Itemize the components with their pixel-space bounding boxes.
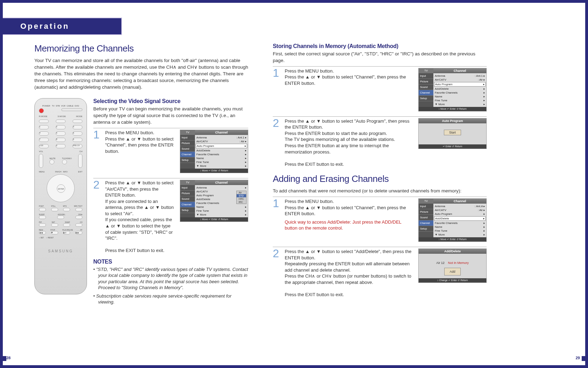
remote-brand: SAMSUNG bbox=[39, 249, 82, 253]
note-1: "STD, "HRC" and "IRC" identify various t… bbox=[93, 266, 248, 291]
intro-adding: To add channels that were not memorized … bbox=[273, 188, 487, 195]
page-29: Storing Channels in Memory (Automatic Me… bbox=[273, 43, 490, 307]
adddel-title: Add/Delete bbox=[419, 249, 486, 254]
intro-memorizing: Your TV can memorize and store all of th… bbox=[34, 57, 248, 90]
menu-screenshot-adddelete-hl: TVChannelInputPictureSoundChannelSetupAn… bbox=[418, 198, 487, 242]
step-number-r4: 2 bbox=[273, 248, 281, 259]
menu-screenshot-aircatv: TVChannelInputPictureSoundChannelSetupAn… bbox=[180, 180, 248, 222]
section-tab: Operation bbox=[3, 18, 122, 35]
page-bar-right bbox=[582, 356, 588, 361]
step-r4-text: Press the ▲ or ▼ button to select "Add/D… bbox=[285, 248, 413, 298]
menu-screenshot-channel: TVChannelInputPictureSoundChannelSetupAn… bbox=[180, 130, 248, 173]
step-number-r3: 1 bbox=[273, 198, 281, 209]
step-1-text: Press the MENU button. Press the ▲ or ▼ … bbox=[105, 130, 174, 154]
step-number-1: 1 bbox=[93, 130, 101, 140]
step-number-r2: 2 bbox=[273, 118, 281, 128]
adddel-channel: Air 12 bbox=[436, 261, 445, 265]
step-r3-quick: Quick way to access Add/Delete: Just pre… bbox=[285, 219, 401, 231]
step-2-text: Press the ▲ or ▼ button to select "Air/C… bbox=[105, 180, 174, 254]
adddel-status: Not In Memory bbox=[448, 261, 469, 265]
menu-footer-adddel: ↕ Change ↵ Enter ↺ Return bbox=[419, 278, 486, 282]
menu-screenshot-autoprogram: Auto Program Start ↵ Enter ↺ Return bbox=[418, 118, 487, 149]
page-number-right: 29 bbox=[576, 356, 580, 360]
auto-program-title: Auto Program bbox=[419, 118, 486, 123]
heading-signal-source: Selecting the Video Signal Source bbox=[93, 98, 248, 104]
page-bar-left bbox=[0, 356, 6, 361]
manual-page: Operation Memorizing the Channels Your T… bbox=[3, 3, 585, 365]
notes-block: NOTES "STD, "HRC" and "IRC" identify var… bbox=[93, 259, 248, 305]
page-number-left: 28 bbox=[6, 356, 11, 360]
menu-screenshot-channel-r: TVChannelInputPictureSoundChannelSetupAn… bbox=[418, 68, 487, 111]
start-button-graphic: Start bbox=[444, 130, 461, 135]
step-r3-text: Press the MENU button. Press the ▲ or ▼ … bbox=[285, 198, 413, 231]
intro-signal-source: Before your TV can begin memorizing the … bbox=[93, 106, 248, 126]
step-r3-body: Press the MENU button. Press the ▲ or ▼ … bbox=[285, 199, 406, 216]
remote-illustration: POWER TV STB VCR CABLE DVD R.MODES.MODEM… bbox=[34, 98, 87, 294]
step-number-2: 2 bbox=[93, 180, 101, 190]
step-r2-text: Press the ▲ or ▼ button to select "Auto … bbox=[285, 118, 413, 167]
heading-memorizing: Memorizing the Channels bbox=[34, 43, 248, 54]
step-number-r1: 1 bbox=[273, 68, 281, 78]
heading-storing: Storing Channels in Memory (Automatic Me… bbox=[273, 43, 487, 49]
notes-heading: NOTES bbox=[93, 259, 248, 265]
note-2: Subscription cable services require serv… bbox=[93, 293, 248, 305]
menu-screenshot-adddelete: Add/Delete Air 12 Not In Memory Add ↕ Ch… bbox=[418, 248, 487, 283]
heading-adding-erasing: Adding and Erasing Channels bbox=[273, 173, 487, 184]
page-28: Memorizing the Channels Your TV can memo… bbox=[17, 43, 248, 307]
adddel-add-button: Add bbox=[444, 268, 460, 275]
step-r1-text: Press the MENU button. Press the ▲ or ▼ … bbox=[285, 68, 413, 87]
menu-footer: ↵ Enter ↺ Return bbox=[419, 144, 486, 149]
intro-storing: First, select the correct signal source … bbox=[273, 51, 487, 64]
